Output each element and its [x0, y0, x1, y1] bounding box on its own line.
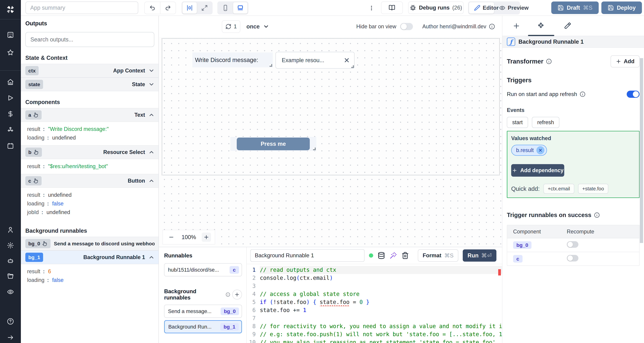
output-row-a[interactable]: aText	[21, 108, 158, 122]
remove-dependency-button[interactable]	[536, 146, 544, 154]
app-canvas[interactable]: Write Discord message: Example resou... …	[159, 37, 502, 247]
output-row-b[interactable]: bResource Select	[21, 145, 158, 159]
outputs-search-input[interactable]	[25, 32, 154, 47]
sidebar-item-settings[interactable]	[5, 240, 16, 251]
output-row-bg_0[interactable]: bg_0Send a message to discord using webh…	[21, 237, 158, 250]
sidebar-item-workers[interactable]	[5, 255, 16, 266]
resize-handle[interactable]	[351, 65, 354, 68]
tab-preview[interactable]: Preview	[494, 2, 519, 14]
sidebar-item-help[interactable]	[5, 316, 16, 327]
output-row-c[interactable]: cButton	[21, 174, 158, 188]
add-dependency-button[interactable]: Add dependency	[511, 164, 564, 177]
component-id-badge[interactable]: ctx	[25, 66, 38, 75]
undo-icon	[149, 5, 156, 11]
audit-logs-icon	[7, 288, 14, 295]
docs-button[interactable]	[381, 2, 403, 14]
resize-handle[interactable]	[313, 148, 316, 150]
run-button[interactable]: Run ⌘⏎	[463, 250, 496, 262]
press-me-button[interactable]: Press me	[237, 138, 310, 150]
kebab-icon	[368, 5, 374, 11]
settings-tabs	[502, 16, 644, 36]
component-id-badge[interactable]: state	[25, 80, 43, 89]
center-layout-button[interactable]	[182, 2, 197, 14]
recompute-toggle[interactable]	[567, 255, 578, 262]
component-id-badge[interactable]: b	[25, 148, 42, 157]
sidebar-item-audit-logs[interactable]	[5, 286, 16, 298]
resource-select-component-b[interactable]: Example resou...	[276, 52, 354, 68]
runnable-item-bg_1[interactable]: Background Run... bg_1	[164, 320, 242, 333]
more-menu-button[interactable]	[367, 3, 376, 13]
output-row-state[interactable]: stateState	[21, 78, 158, 91]
refresh-mode-dropdown[interactable]: once	[246, 20, 269, 33]
output-entry: result:"Write Discord message:"	[21, 125, 158, 134]
recompute-toggle[interactable]	[567, 241, 578, 248]
transformer-section: Transformer Add	[507, 56, 640, 68]
expand-layout-button[interactable]	[197, 2, 212, 14]
sidebar-item-runs[interactable]	[5, 92, 16, 104]
right-panel-scrollbar[interactable]	[640, 58, 643, 243]
output-row-ctx[interactable]: ctxApp Context	[21, 64, 158, 78]
add-component-tab[interactable]	[512, 22, 520, 30]
line-number: 2	[247, 274, 260, 282]
runnable-name-input[interactable]	[250, 249, 364, 262]
sidebar-item-favorites[interactable]	[5, 47, 16, 58]
watched-value-chip[interactable]: b.result	[511, 145, 547, 156]
favorites-icon	[7, 49, 14, 56]
hide-bar-toggle[interactable]	[400, 23, 413, 30]
runnable-item-c[interactable]: hub/1511/discord/se... c	[164, 263, 242, 276]
column-component: Component	[507, 228, 567, 235]
windmill-logo-icon[interactable]	[5, 4, 16, 15]
tab-editor[interactable]: Editor	[469, 2, 494, 14]
zoom-in-button[interactable]	[202, 232, 211, 242]
app-summary-input[interactable]	[26, 2, 138, 14]
code-editor[interactable]: 1// read outputs and ctx 2console.log(ct…	[247, 264, 502, 343]
redo-button[interactable]	[160, 2, 176, 14]
trash-icon[interactable]	[402, 252, 409, 259]
component-id-badge[interactable]: bg_1	[25, 253, 43, 262]
apps-icon	[7, 32, 14, 38]
database-icon[interactable]	[378, 252, 385, 259]
outputs-title: Outputs	[21, 20, 158, 27]
add-background-runnable-button[interactable]	[232, 290, 242, 300]
refresh-count-button[interactable]: 1	[222, 20, 240, 33]
runnable-item-bg_0[interactable]: Send a message... bg_0	[164, 305, 242, 318]
text-component-a[interactable]: Write Discord message:	[192, 52, 273, 68]
component-id-badge[interactable]: bg_0	[25, 239, 50, 248]
run-on-start-toggle[interactable]	[627, 91, 640, 98]
mobile-view-button[interactable]	[218, 2, 232, 14]
quick-add-chip[interactable]: +state.foo	[578, 184, 608, 194]
sidebar-item-folders[interactable]	[5, 271, 16, 282]
hide-bar-label: Hide bar on view	[356, 24, 396, 30]
resize-handle[interactable]	[270, 64, 272, 67]
sidebar-item-variables[interactable]	[5, 108, 16, 120]
styling-tab[interactable]	[564, 22, 571, 30]
component-type-label: Text	[134, 112, 145, 118]
debug-runs-button[interactable]: Debug runs (26)	[408, 2, 464, 14]
quick-add-chip[interactable]: +ctx.email	[544, 184, 574, 194]
desktop-view-button[interactable]	[233, 2, 248, 14]
sidebar-item-schedules[interactable]	[5, 140, 16, 152]
deploy-button[interactable]: Deploy	[601, 2, 642, 14]
undo-button[interactable]	[144, 2, 160, 14]
draft-button[interactable]: Draft ⌘S	[551, 2, 599, 14]
sidebar-item-resources[interactable]	[5, 124, 16, 136]
component-id-badge[interactable]: a	[25, 110, 42, 120]
format-button[interactable]: Format ⌘S	[418, 250, 458, 262]
code-line-7: 7	[247, 314, 502, 322]
add-transformer-button[interactable]: Add	[610, 56, 640, 68]
ai-wand-icon[interactable]	[390, 252, 397, 259]
component-id-badge[interactable]: c	[25, 176, 42, 186]
zoom-out-button[interactable]	[167, 232, 176, 242]
info-icon	[546, 58, 552, 64]
component-settings-tab[interactable]	[537, 22, 545, 30]
component-type-label: Resource Select	[103, 149, 145, 155]
clear-selection-icon[interactable]	[344, 57, 350, 64]
sidebar-item-home[interactable]	[5, 76, 16, 88]
sidebar-item-user[interactable]	[5, 224, 16, 236]
runnable-id-badge: bg_1	[220, 323, 239, 331]
button-component-c[interactable]: Press me	[230, 137, 316, 151]
schedules-icon	[7, 142, 14, 149]
output-row-bg_1[interactable]: bg_1Background Runnable 1	[21, 250, 158, 264]
sidebar-item-apps[interactable]	[5, 29, 16, 40]
sidebar-item-expand-sidebar[interactable]	[5, 332, 16, 343]
